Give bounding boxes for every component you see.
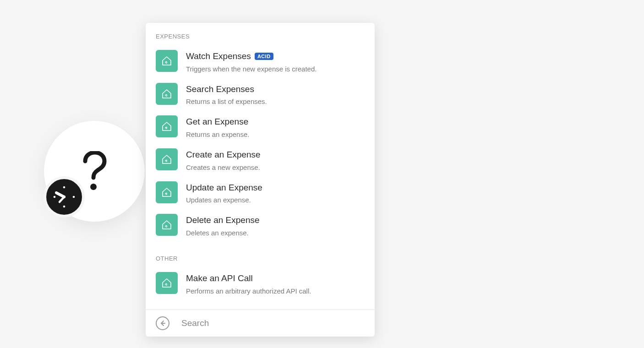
svg-line-6 (56, 193, 64, 197)
acid-badge: ACID (255, 53, 273, 60)
module-item-create-expense[interactable]: Create an Expense Creates a new expense. (156, 145, 365, 178)
house-icon (160, 153, 173, 166)
item-desc: Creates a new expense. (186, 163, 365, 172)
house-icon (160, 87, 173, 100)
arrow-left-icon (159, 320, 166, 327)
app-icon (156, 115, 178, 137)
clock-icon (46, 179, 82, 215)
search-bar (146, 310, 375, 337)
item-desc: Returns a list of expenses. (186, 97, 365, 106)
clock-badge (44, 176, 85, 218)
item-text: Search Expenses Returns a list of expens… (186, 83, 365, 107)
search-input[interactable] (181, 318, 365, 328)
item-text: Make an API Call Performs an arbitrary a… (186, 272, 365, 296)
module-picker-panel: EXPENSES Watch Expenses ACID Triggers wh… (146, 23, 375, 337)
item-title: Update an Expense (186, 182, 365, 194)
house-icon (160, 120, 173, 133)
item-text: Delete an Expense Deletes an expense. (186, 214, 365, 238)
svg-point-0 (90, 184, 97, 190)
app-icon (156, 83, 178, 105)
app-icon (156, 50, 178, 72)
house-icon (160, 186, 173, 199)
item-desc: Triggers when the new expense is created… (186, 64, 365, 74)
app-icon (156, 272, 178, 294)
item-text: Update an Expense Updates an expense. (186, 181, 365, 205)
item-desc: Updates an expense. (186, 195, 365, 205)
item-desc: Deletes an expense. (186, 228, 365, 238)
panel-content: EXPENSES Watch Expenses ACID Triggers wh… (146, 23, 375, 310)
module-item-watch-expenses[interactable]: Watch Expenses ACID Triggers when the ne… (156, 46, 365, 79)
item-text: Watch Expenses ACID Triggers when the ne… (186, 50, 365, 74)
item-text: Create an Expense Creates a new expense. (186, 148, 365, 172)
house-icon (160, 277, 173, 289)
app-icon (156, 214, 178, 236)
svg-point-4 (63, 206, 65, 208)
module-item-search-expenses[interactable]: Search Expenses Returns a list of expens… (156, 79, 365, 112)
svg-point-5 (54, 196, 56, 198)
item-title: Create an Expense (186, 149, 365, 161)
module-item-update-expense[interactable]: Update an Expense Updates an expense. (156, 178, 365, 211)
item-text: Get an Expense Returns an expense. (186, 115, 365, 139)
app-icon (156, 181, 178, 203)
svg-point-2 (63, 186, 65, 189)
house-icon (160, 218, 173, 231)
question-mark-icon (80, 151, 109, 191)
svg-line-7 (60, 197, 64, 202)
app-icon (156, 148, 178, 170)
section-header-other: OTHER (156, 255, 365, 262)
section-header-expenses: EXPENSES (156, 33, 365, 40)
item-title: Search Expenses (186, 84, 365, 95)
item-title: Make an API Call (186, 273, 365, 284)
module-item-api-call[interactable]: Make an API Call Performs an arbitrary a… (156, 268, 365, 301)
item-desc: Performs an arbitrary authorized API cal… (186, 286, 365, 296)
item-desc: Returns an expense. (186, 130, 365, 139)
module-item-get-expense[interactable]: Get an Expense Returns an expense. (156, 112, 365, 145)
back-button[interactable] (156, 316, 169, 330)
item-title: Delete an Expense (186, 215, 365, 226)
item-title: Get an Expense (186, 116, 365, 128)
module-item-delete-expense[interactable]: Delete an Expense Deletes an expense. (156, 210, 365, 243)
svg-point-3 (73, 196, 75, 198)
house-icon (160, 54, 173, 67)
item-title: Watch Expenses (186, 51, 251, 62)
